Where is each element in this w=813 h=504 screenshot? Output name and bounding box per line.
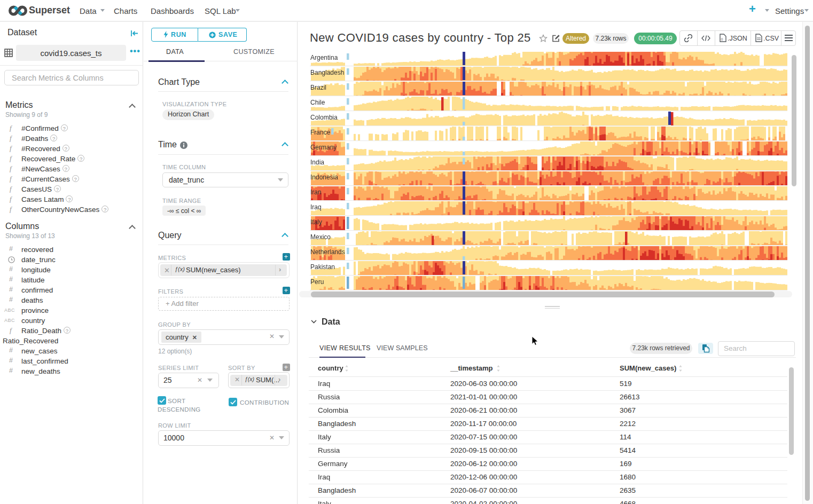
svg-text:{}: {} (721, 37, 723, 41)
